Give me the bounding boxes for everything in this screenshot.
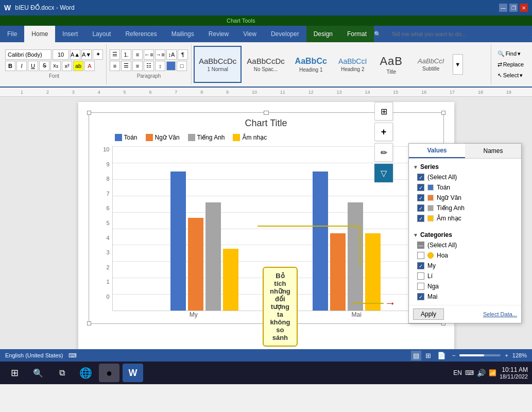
strikethrough-button[interactable]: S̶ <box>39 61 49 71</box>
tab-references[interactable]: References <box>118 26 164 42</box>
taskbar-edge-button[interactable]: 🌐 <box>75 364 96 382</box>
chart-resize-topright[interactable] <box>441 111 445 115</box>
numbering-button[interactable]: 1. <box>121 49 131 60</box>
font-name-input[interactable] <box>5 49 52 60</box>
filter-series-tiengAnh[interactable]: ✓ Tiếng Anh <box>413 203 517 213</box>
filter-tab-names[interactable]: Names <box>465 144 521 158</box>
justify-button[interactable]: ☷ <box>144 61 154 71</box>
cat-selectall-checkbox[interactable]: — <box>417 242 424 249</box>
style-nospace[interactable]: AaBbCcDc No Spac... <box>242 46 289 83</box>
align-center-button[interactable]: ☰ <box>121 61 131 71</box>
search-input[interactable] <box>381 28 525 40</box>
series-nguvan-checkbox[interactable]: ✓ <box>417 194 424 201</box>
subscript-button[interactable]: x₂ <box>50 61 61 71</box>
close-button[interactable]: ✕ <box>520 4 528 12</box>
increase-indent-button[interactable]: →≡ <box>155 49 165 60</box>
cat-nga-checkbox[interactable] <box>417 283 424 290</box>
show-marks-button[interactable]: ¶ <box>178 49 188 60</box>
series-tiengAnh-checkbox[interactable]: ✓ <box>417 204 424 212</box>
view-web-button[interactable]: ⊞ <box>423 351 433 360</box>
apply-button[interactable]: Apply <box>413 308 444 320</box>
taskbar-chrome-button[interactable]: ● <box>99 364 119 382</box>
tab-home[interactable]: Home <box>24 26 55 42</box>
chart-style-icon[interactable]: ✏ <box>374 143 393 162</box>
filter-series-selectall[interactable]: ✓ (Select All) <box>413 172 517 182</box>
tab-design[interactable]: Design <box>306 26 340 42</box>
style-heading2[interactable]: AaBbCcI Heading 2 <box>333 46 373 83</box>
chart-resize-top[interactable] <box>264 111 269 115</box>
series-amnhac-checkbox[interactable]: ✓ <box>417 215 424 222</box>
bold-button[interactable]: B <box>5 61 15 71</box>
select-data-link[interactable]: Select Data... <box>483 311 517 317</box>
sort-button[interactable]: ↕A <box>166 49 177 60</box>
view-print-button[interactable]: ▤ <box>411 351 421 360</box>
font-size-increase-button[interactable]: A▲ <box>70 49 80 60</box>
tab-review[interactable]: Review <box>201 26 236 42</box>
font-color-button[interactable]: A <box>84 61 95 71</box>
filter-cat-my[interactable]: ✓ My <box>413 261 517 271</box>
highlight-button[interactable]: ab <box>73 61 83 71</box>
tab-developer[interactable]: Developer <box>264 26 306 42</box>
tab-mailings[interactable]: Mailings <box>164 26 201 42</box>
replace-button[interactable]: ⇄ Replace <box>495 60 526 69</box>
style-subtitle[interactable]: AaBbCcI Subtitle <box>410 46 452 83</box>
tab-insert[interactable]: Insert <box>55 26 85 42</box>
tab-format[interactable]: Format <box>340 26 374 42</box>
taskbar-start-button[interactable]: ⊞ <box>4 364 25 382</box>
filter-cat-nga[interactable]: Nga <box>413 281 517 291</box>
superscript-button[interactable]: x² <box>62 61 72 71</box>
style-title[interactable]: AaB Title <box>373 46 409 83</box>
border-button[interactable]: □ <box>177 61 187 71</box>
italic-button[interactable]: I <box>16 61 27 71</box>
filter-categories-header[interactable]: ▼ Categories <box>413 230 517 240</box>
find-button[interactable]: 🔍 Find ▾ <box>495 49 526 58</box>
line-spacing-button[interactable]: ↕ <box>155 61 165 71</box>
clear-formatting-button[interactable]: ✦ <box>93 49 103 60</box>
chart-resize-topleft[interactable] <box>87 111 91 115</box>
taskbar-word-button[interactable]: W <box>123 364 143 382</box>
bullets-button[interactable]: ☰ <box>110 49 120 60</box>
sign-in-button[interactable]: 👤 Sign in <box>525 26 532 42</box>
minimize-button[interactable]: — <box>499 4 507 12</box>
taskbar-search-button[interactable]: 🔍 <box>28 364 48 382</box>
cat-my-checkbox[interactable]: ✓ <box>417 262 424 269</box>
align-left-button[interactable]: ≡ <box>110 61 120 71</box>
view-read-button[interactable]: 📄 <box>435 351 448 360</box>
decrease-indent-button[interactable]: ←≡ <box>144 49 154 60</box>
cat-li-checkbox[interactable] <box>417 272 424 280</box>
tab-view[interactable]: View <box>236 26 264 42</box>
filter-series-amnhac[interactable]: ✓ Âm nhạc <box>413 213 517 224</box>
restore-button[interactable]: ❐ <box>509 4 518 12</box>
taskbar-taskview-button[interactable]: ⧉ <box>52 364 72 382</box>
chart-resize-bottomleft[interactable] <box>87 321 91 325</box>
align-right-button[interactable]: ≡ <box>132 61 143 71</box>
styles-scroll-button[interactable]: ▼ <box>453 54 463 75</box>
style-normal[interactable]: AaBbCcDc 1 Normal <box>194 46 242 83</box>
filter-cat-selectall[interactable]: — (Select All) <box>413 240 517 250</box>
chart-layout-icon[interactable]: ⊞ <box>374 102 393 121</box>
status-zoom-plus[interactable]: + <box>505 352 508 358</box>
font-size-input[interactable] <box>53 49 69 60</box>
cat-hoa-checkbox[interactable] <box>417 252 424 259</box>
filter-cat-li[interactable]: Lí <box>413 271 517 281</box>
shading-button[interactable] <box>166 61 176 71</box>
cat-mai-checkbox[interactable]: ✓ <box>417 293 424 300</box>
chart-elements-icon[interactable]: + <box>374 123 393 141</box>
filter-series-toan[interactable]: ✓ Toán <box>413 182 517 193</box>
tab-file[interactable]: File <box>0 26 24 42</box>
filter-tab-values[interactable]: Values <box>409 144 465 158</box>
series-toan-checkbox[interactable]: ✓ <box>417 184 424 191</box>
filter-series-nguvan[interactable]: ✓ Ngữ Văn <box>413 193 517 203</box>
underline-button[interactable]: U <box>28 61 38 71</box>
series-selectall-checkbox[interactable]: ✓ <box>417 174 424 181</box>
style-heading1[interactable]: AaBbCc Heading 1 <box>290 46 332 83</box>
select-button[interactable]: ↖ Select ▾ <box>495 71 526 80</box>
chart-filter-icon[interactable]: ▽ <box>374 164 393 182</box>
filter-series-header[interactable]: ▼ Series <box>413 162 517 172</box>
status-zoom-minus[interactable]: − <box>452 352 455 358</box>
filter-cat-hoa[interactable]: Hoa <box>413 250 517 261</box>
multilevel-button[interactable]: ≡ <box>132 49 143 60</box>
tab-layout[interactable]: Layout <box>85 26 118 42</box>
filter-cat-mai[interactable]: ✓ Mai <box>413 291 517 302</box>
font-size-decrease-button[interactable]: A▼ <box>81 49 92 60</box>
